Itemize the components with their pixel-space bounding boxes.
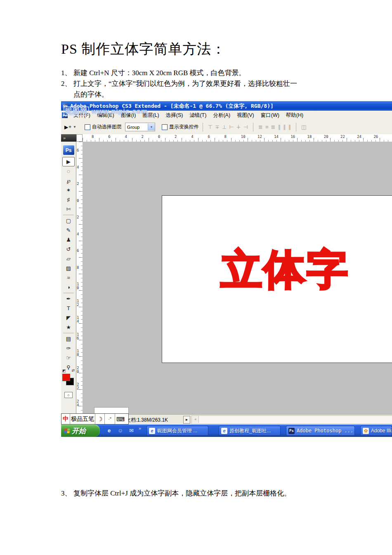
task-illustrator-label: Adobe Illu <box>371 428 392 434</box>
crop-tool-icon: ♯ <box>67 197 70 203</box>
marquee-tool[interactable]: ◌ <box>62 166 75 176</box>
move-tool-preset[interactable]: ▶ ✛ ▼ <box>64 124 76 130</box>
document-canvas[interactable]: 立体字 <box>162 195 392 363</box>
msn-messenger-icon[interactable]: ☺ <box>117 427 124 434</box>
ime-language-icon[interactable]: 中 <box>61 414 70 424</box>
show-transform-checkbox[interactable] <box>162 124 168 130</box>
dodge-tool[interactable]: ◑ <box>62 282 75 292</box>
v-ruler-number: 8 <box>77 266 81 270</box>
magic-wand-tool-icon: ✶ <box>66 187 71 193</box>
step-2-text-continued: 点的字体。 <box>73 90 109 98</box>
pen-tool[interactable]: ✒ <box>62 294 75 304</box>
distribute-button-2[interactable]: ≣ <box>271 124 275 130</box>
menu-item-window[interactable]: 窗口(W) <box>257 112 283 119</box>
tutorial-page: PS 制作立体字简单方法： 1、新建 Ctrl+N 尺寸：30cm X 20cm… <box>0 0 392 555</box>
healing-brush-tool-icon: ▢ <box>66 218 71 224</box>
distribute-button-3[interactable]: ∥ <box>278 124 281 130</box>
status-expand-button[interactable]: ► <box>183 416 190 424</box>
distribute-button-0[interactable]: ≣ <box>258 124 263 130</box>
history-brush-tool[interactable]: ↺ <box>62 244 75 254</box>
task-nipic-member[interactable]: e昵图网会员管理 ... <box>146 426 208 436</box>
h-ruler-number: 12 <box>257 135 262 139</box>
tool-separator <box>63 333 74 333</box>
distribute-button-4[interactable]: ∥ <box>283 124 286 130</box>
group-select-arrow-icon[interactable]: ▼ <box>148 123 155 130</box>
align-button-5[interactable]: ⊣ <box>243 124 248 130</box>
clone-stamp-tool-icon: ♟ <box>66 237 71 243</box>
distribute-button-1[interactable]: ≡ <box>265 124 269 130</box>
start-button[interactable]: 开始 <box>61 425 100 437</box>
notes-tool[interactable]: ▤ <box>62 334 75 344</box>
v-ruler-number: 12 <box>77 299 81 307</box>
smudge-tool[interactable]: ≈ <box>62 273 75 282</box>
pen-tool-icon: ✒ <box>66 296 71 302</box>
crop-tool[interactable]: ♯ <box>62 195 75 204</box>
task-nipic-tutorial[interactable]: e原创教程_昵图社... <box>219 426 281 436</box>
path-selection-tool[interactable]: ◤ <box>62 313 75 323</box>
auto-align-button[interactable]: ◫ <box>301 124 306 130</box>
horizontal-scrollbar[interactable]: ◄ <box>191 415 392 424</box>
v-ruler-number: 10 <box>77 282 81 290</box>
menu-item-view[interactable]: 视图(V) <box>234 112 257 119</box>
distribute-button-5[interactable]: ∥ <box>288 124 291 130</box>
healing-brush-tool[interactable]: ▢ <box>62 216 75 225</box>
eraser-tool[interactable]: ▱ <box>62 254 75 263</box>
step-1: 1、新建 Ctrl+N 尺寸：30cm X 20cm RGB 模式，白色背景。 <box>61 68 297 78</box>
align-button-3[interactable]: ⊢ <box>229 124 234 130</box>
options-separator <box>203 123 203 132</box>
ie-quicklaunch-icon[interactable]: e <box>106 427 113 434</box>
task-photoshop[interactable]: PsAdobe Photoshop ... <box>286 426 355 436</box>
move-tool[interactable]: ▶ <box>62 157 75 166</box>
slice-tool[interactable]: ✄ <box>62 204 75 214</box>
eyedropper-tool[interactable]: ✑ <box>62 344 75 353</box>
outlook-express-icon[interactable]: ✉ <box>128 427 135 434</box>
ime-punctuation-icon[interactable]: ·” <box>105 414 115 424</box>
gradient-tool-icon: ▨ <box>66 265 71 271</box>
swap-colors-icon[interactable]: ⇄ <box>71 368 75 372</box>
brush-tool[interactable]: ✎ <box>62 225 75 235</box>
h-ruler-number: 4 <box>125 135 127 139</box>
toolbox-expand-button[interactable]: » <box>61 134 78 142</box>
notes-tool-icon: ▤ <box>66 336 71 342</box>
menu-item-analysis[interactable]: 分析(A) <box>210 112 234 119</box>
ime-fullwidth-icon[interactable]: ☽ <box>95 414 105 424</box>
ime-name[interactable]: 极品五笔 <box>70 414 95 424</box>
align-button-1[interactable]: ∓ <box>215 124 220 130</box>
foreground-color-swatch[interactable] <box>62 374 70 381</box>
ime-bar: 中 极品五笔 ☽ ·” ⌨ <box>61 413 129 425</box>
quick-launch-overflow-icon[interactable]: » <box>139 426 141 431</box>
type-tool[interactable]: T <box>62 304 75 313</box>
step-2-number: 2、 <box>61 78 73 89</box>
ime-keyboard-icon[interactable]: ⌨ <box>115 414 126 424</box>
photoshop-screenshot: Ps Adobe Photoshop CS3 Extended - [未命名-1… <box>61 101 392 437</box>
default-colors-icon[interactable]: ◩ <box>62 369 66 373</box>
ps-logo: Ps <box>63 145 74 155</box>
menu-item-help[interactable]: 帮助(H) <box>283 112 307 119</box>
lasso-tool[interactable]: ℘ <box>62 176 75 185</box>
magic-wand-tool[interactable]: ✶ <box>62 185 75 195</box>
menu-item-filter[interactable]: 滤镜(T) <box>186 112 210 119</box>
vertical-ruler: 642024681012141618202224 <box>76 142 83 414</box>
align-button-0[interactable]: ⊤ <box>208 124 213 130</box>
v-ruler-number: 24 <box>77 400 81 407</box>
auto-select-checkbox[interactable] <box>85 124 90 130</box>
hand-tool[interactable]: ☞ <box>62 353 75 363</box>
menu-item-select[interactable]: 选择(S) <box>163 112 187 119</box>
lasso-tool-icon: ℘ <box>66 178 70 184</box>
quick-mask-button[interactable]: ○ <box>64 392 73 398</box>
step-3: 3、复制字体层 Ctrl+J 成为立体字副本，隐藏立体字层，把副本层栅格化。 <box>61 489 291 498</box>
scroll-left-icon[interactable]: ◄ <box>192 416 199 423</box>
task-illustrator[interactable]: ✿Adobe Illu <box>360 426 392 436</box>
clone-stamp-tool[interactable]: ♟ <box>62 235 75 244</box>
h-ruler-number: 6 <box>108 135 110 139</box>
custom-shape-tool[interactable]: ★ <box>62 323 75 332</box>
v-ruler-number: 18 <box>77 349 81 357</box>
group-select[interactable]: Group ▼ <box>125 123 155 131</box>
align-button-2[interactable]: ⊥ <box>222 124 227 130</box>
gradient-tool[interactable]: ▨ <box>62 263 75 273</box>
smudge-tool-icon: ≈ <box>67 275 70 281</box>
options-separator-2 <box>253 123 253 132</box>
step-1-number: 1、 <box>61 68 73 78</box>
align-button-4[interactable]: ∔ <box>236 124 241 130</box>
h-ruler-number: 2 <box>175 135 177 139</box>
